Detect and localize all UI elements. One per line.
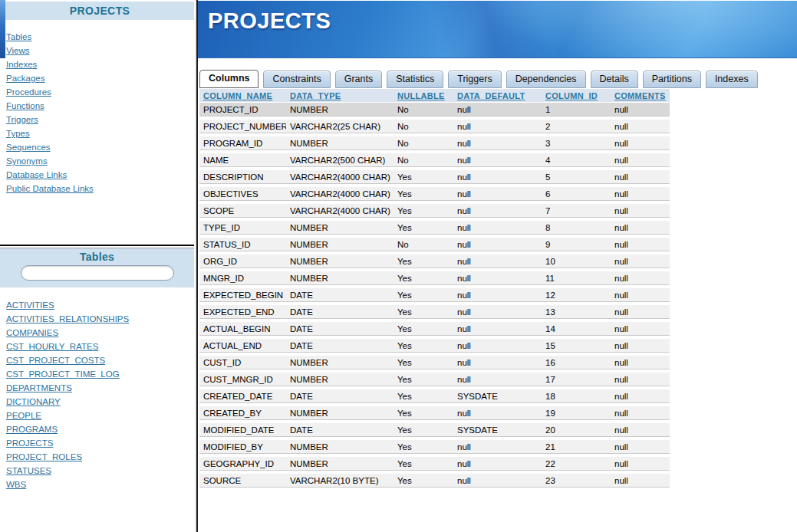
cell-nullable: Yes — [394, 257, 453, 266]
cell-column-name: NAME — [199, 156, 286, 165]
table-link-activities[interactable]: ACTIVITIES — [6, 298, 193, 312]
cell-comments: null — [611, 274, 670, 283]
tab-statistics[interactable]: Statistics — [387, 71, 443, 88]
cell-column-id: 14 — [542, 324, 611, 333]
cell-nullable: Yes — [394, 409, 453, 418]
left-accent-strip — [0, 0, 5, 58]
cell-data-default: null — [453, 206, 542, 215]
tab-partitions[interactable]: Partitions — [643, 71, 701, 88]
cell-column-name: ORG_ID — [199, 257, 286, 266]
sidebar-link-sequences[interactable]: Sequences — [6, 140, 193, 154]
table-row: DESCRIPTIONVARCHAR2(4000 CHAR)Yesnull5nu… — [199, 170, 670, 184]
sidebar-link-types[interactable]: Types — [6, 126, 193, 140]
main-content: PROJECTS ColumnsConstraintsGrantsStatist… — [198, 0, 797, 532]
table-link-companies[interactable]: COMPANIES — [6, 326, 193, 340]
cell-data-type: DATE — [286, 341, 394, 350]
table-row: CUST_MNGR_IDNUMBERYesnull17null — [199, 373, 670, 386]
sidebar-link-synonyms[interactable]: Synonyms — [6, 154, 193, 168]
cell-data-default: null — [453, 189, 542, 199]
table-row: MODIFIED_BYNUMBERYesnull21null — [199, 440, 670, 454]
column-header-nullable[interactable]: NULLABLE — [394, 91, 453, 100]
cell-data-type: NUMBER — [286, 375, 394, 384]
column-header-comments[interactable]: COMMENTS — [611, 91, 670, 100]
tables-nav: ACTIVITIESACTIVITIES_RELATIONSHIPSCOMPAN… — [6, 298, 193, 491]
table-link-activities-relationships[interactable]: ACTIVITIES_RELATIONSHIPS — [6, 312, 193, 326]
cell-data-default: null — [453, 122, 542, 131]
cell-column-id: 17 — [542, 375, 611, 384]
cell-comments: null — [611, 358, 670, 367]
sidebar-link-database-links[interactable]: Database Links — [6, 168, 193, 182]
object-type-nav: TablesViewsIndexesPackagesProceduresFunc… — [6, 30, 193, 195]
cell-comments: null — [611, 257, 670, 266]
sidebar-link-triggers[interactable]: Triggers — [6, 113, 193, 126]
cell-comments: null — [611, 139, 670, 148]
table-row: SOURCEVARCHAR2(10 BYTE)Yesnull23null — [199, 474, 670, 488]
cell-column-name: STATUS_ID — [199, 240, 286, 249]
tab-triggers[interactable]: Triggers — [448, 71, 501, 88]
cell-nullable: Yes — [394, 459, 453, 468]
table-link-dictionary[interactable]: DICTIONARY — [6, 395, 193, 409]
table-link-departments[interactable]: DEPARTMENTS — [6, 381, 193, 395]
sidebar-link-views[interactable]: Views — [6, 44, 193, 57]
cell-data-type: NUMBER — [286, 223, 394, 232]
tab-details[interactable]: Details — [591, 71, 638, 88]
table-row: NAMEVARCHAR2(500 CHAR)Nonull4null — [199, 153, 670, 167]
sidebar: PROJECTS TablesViewsIndexesPackagesProce… — [0, 0, 196, 532]
table-row: EXPECTED_ENDDATEYesnull13null — [199, 305, 670, 319]
cell-data-default: null — [453, 375, 542, 384]
table-link-people[interactable]: PEOPLE — [6, 409, 193, 422]
cell-column-name: PROJECT_ID — [199, 105, 286, 114]
tables-search-input[interactable] — [21, 265, 174, 281]
table-link-projects[interactable]: PROJECTS — [6, 436, 193, 450]
tab-dependencies[interactable]: Dependencies — [506, 71, 586, 88]
cell-data-type: DATE — [286, 425, 394, 435]
table-link-wbs[interactable]: WBS — [6, 478, 193, 491]
sidebar-link-tables[interactable]: Tables — [6, 30, 193, 44]
table-row: STATUS_IDNUMBERNonull9null — [199, 238, 670, 251]
sidebar-link-indexes[interactable]: Indexes — [6, 57, 193, 71]
cell-comments: null — [611, 442, 670, 452]
table-link-cst-hourly-rates[interactable]: CST_HOURLY_RATES — [6, 340, 193, 353]
table-link-statuses[interactable]: STATUSES — [6, 464, 193, 478]
table-link-programs[interactable]: PROGRAMS — [6, 422, 193, 436]
cell-comments: null — [611, 307, 670, 317]
sidebar-link-packages[interactable]: Packages — [6, 71, 193, 85]
tab-columns[interactable]: Columns — [199, 70, 259, 88]
tab-indexes[interactable]: Indexes — [706, 71, 758, 88]
sidebar-link-public-database-links[interactable]: Public Database Links — [6, 182, 193, 195]
table-link-project-roles[interactable]: PROJECT_ROLES — [6, 450, 193, 464]
cell-data-type: NUMBER — [286, 139, 394, 148]
cell-column-name: DESCRIPTION — [199, 172, 286, 182]
column-header-column-id[interactable]: COLUMN_ID — [542, 91, 611, 100]
cell-data-type: NUMBER — [286, 105, 394, 114]
cell-nullable: Yes — [394, 341, 453, 350]
cell-column-name: MODIFIED_DATE — [199, 425, 286, 435]
tab-constraints[interactable]: Constraints — [263, 71, 330, 88]
table-row: EXPECTED_BEGINDATEYesnull12null — [199, 288, 670, 302]
sidebar-link-functions[interactable]: Functions — [6, 99, 193, 113]
cell-column-id: 4 — [542, 156, 611, 165]
table-link-cst-project-time-log[interactable]: CST_PROJECT_TIME_LOG — [6, 367, 193, 381]
cell-comments: null — [611, 240, 670, 249]
cell-data-default: null — [453, 274, 542, 283]
table-row: CREATED_BYNUMBERYesnull19null — [199, 406, 670, 420]
cell-column-id: 15 — [542, 341, 611, 350]
cell-column-id: 9 — [542, 240, 611, 249]
cell-nullable: Yes — [394, 425, 453, 435]
tab-bar: ColumnsConstraintsGrantsStatisticsTrigge… — [199, 71, 758, 88]
cell-column-id: 11 — [542, 274, 611, 283]
cell-data-default: null — [453, 240, 542, 249]
cell-nullable: Yes — [394, 206, 453, 215]
tab-grants[interactable]: Grants — [335, 71, 383, 88]
column-header-column-name[interactable]: COLUMN_NAME — [199, 91, 286, 100]
cell-nullable: No — [394, 240, 453, 249]
column-header-data-type[interactable]: DATA_TYPE — [286, 91, 394, 100]
cell-data-type: VARCHAR2(10 BYTE) — [286, 476, 394, 485]
cell-comments: null — [611, 291, 670, 300]
column-header-data-default[interactable]: DATA_DEFAULT — [453, 91, 542, 100]
sidebar-link-procedures[interactable]: Procedures — [6, 85, 193, 99]
table-row: TYPE_IDNUMBERYesnull8null — [199, 221, 670, 235]
cell-data-type: NUMBER — [286, 240, 394, 249]
cell-column-name: CUST_ID — [199, 358, 286, 367]
table-link-cst-project-costs[interactable]: CST_PROJECT_COSTS — [6, 353, 193, 367]
